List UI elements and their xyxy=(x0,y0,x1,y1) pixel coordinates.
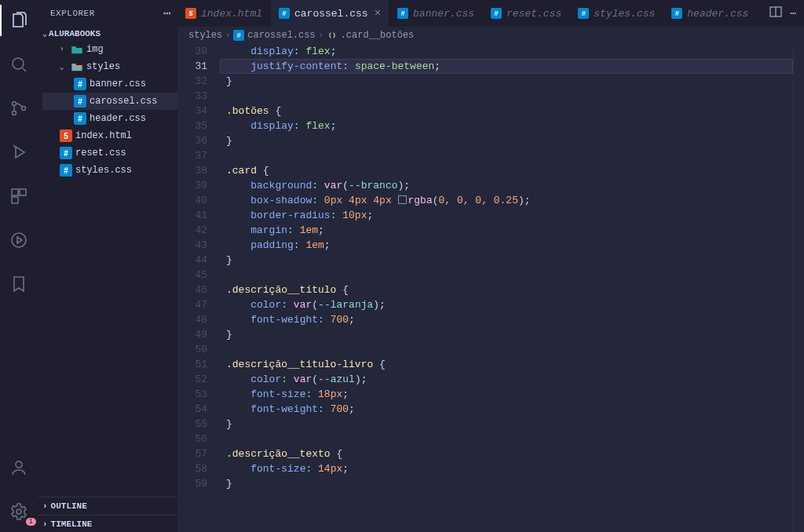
explorer-more-icon[interactable]: ⋯ xyxy=(163,5,171,21)
chevron-down-icon: ⌄ xyxy=(60,63,68,71)
explorer-title: EXPLORER xyxy=(50,9,95,18)
outline-section[interactable]: › OUTLINE xyxy=(38,497,177,515)
breadcrumbs-bar[interactable]: styles › # carossel.css › .card__botões xyxy=(177,27,804,44)
code-editor[interactable]: 3031323334353637383940414243444546474849… xyxy=(177,44,804,532)
tab-header-css[interactable]: # header.css xyxy=(663,0,757,27)
css-file-icon: # xyxy=(397,8,408,19)
tab-carossel-css[interactable]: # carossel.css × xyxy=(271,0,389,27)
css-file-icon: # xyxy=(60,164,72,177)
tab-index-html[interactable]: 5 index.html xyxy=(177,0,271,27)
tab-styles-css[interactable]: # styles.css xyxy=(570,0,663,27)
activity-debug-icon[interactable] xyxy=(0,137,38,168)
activity-search-icon[interactable] xyxy=(0,49,38,80)
file-styles-css[interactable]: # styles.css xyxy=(42,162,177,179)
file-index-html[interactable]: 5 index.html xyxy=(42,127,177,144)
activity-account-icon[interactable] xyxy=(0,452,38,483)
settings-badge: 1 xyxy=(26,518,36,526)
project-name: ALURABOOKS xyxy=(49,29,100,38)
svg-point-0 xyxy=(13,58,24,69)
folder-icon xyxy=(71,43,83,56)
editor-more-icon[interactable]: ⋯ xyxy=(790,7,796,20)
activity-bar: 1 xyxy=(0,0,38,532)
css-file-icon: # xyxy=(74,78,86,90)
file-reset-css[interactable]: # reset.css xyxy=(42,144,177,162)
html-file-icon: 5 xyxy=(60,129,72,142)
file-header-css[interactable]: # header.css xyxy=(42,110,177,127)
activity-explorer-icon[interactable] xyxy=(0,5,38,36)
symbol-icon xyxy=(327,30,338,41)
breadcrumb-file[interactable]: # carossel.css xyxy=(233,30,315,41)
file-tree: › img ⌄ styles # banner.css # carossel.c… xyxy=(38,41,177,179)
breadcrumb-symbol[interactable]: .card__botões xyxy=(327,30,415,41)
minimap[interactable] xyxy=(793,44,804,532)
split-editor-icon[interactable] xyxy=(769,5,782,21)
tabs-bar: 5 index.html # carossel.css × # banner.c… xyxy=(177,0,804,27)
svg-point-8 xyxy=(16,461,22,468)
svg-rect-4 xyxy=(12,189,18,195)
css-file-icon: # xyxy=(578,8,589,19)
tab-reset-css[interactable]: # reset.css xyxy=(483,0,570,27)
svg-point-9 xyxy=(16,509,21,514)
html-file-icon: 5 xyxy=(185,8,196,19)
svg-rect-6 xyxy=(12,197,18,203)
chevron-right-icon: › xyxy=(319,31,323,40)
chevron-right-icon: › xyxy=(42,501,48,511)
chevron-down-icon: ⌄ xyxy=(42,29,47,38)
svg-point-3 xyxy=(22,107,26,111)
breadcrumb-styles[interactable]: styles xyxy=(188,30,222,41)
activity-bookmark-icon[interactable] xyxy=(0,268,38,300)
file-banner-css[interactable]: # banner.css xyxy=(42,75,177,93)
activity-scm-icon[interactable] xyxy=(0,93,38,124)
activity-liveshare-icon[interactable] xyxy=(0,224,38,256)
css-file-icon: # xyxy=(491,8,502,19)
file-carossel-css[interactable]: # carossel.css xyxy=(42,93,177,110)
css-file-icon: # xyxy=(74,95,86,107)
svg-point-1 xyxy=(13,102,16,106)
folder-img[interactable]: › img xyxy=(42,41,177,58)
editor-group: 5 index.html # carossel.css × # banner.c… xyxy=(177,0,804,532)
activity-settings-icon[interactable]: 1 xyxy=(0,496,38,527)
tab-banner-css[interactable]: # banner.css xyxy=(389,0,483,27)
line-number-gutter: 3031323334353637383940414243444546474849… xyxy=(177,44,220,532)
css-file-icon: # xyxy=(60,147,72,159)
chevron-right-icon: › xyxy=(225,31,230,40)
svg-point-2 xyxy=(13,111,16,115)
chevron-right-icon: › xyxy=(42,519,48,529)
chevron-right-icon: › xyxy=(60,46,68,53)
timeline-section[interactable]: › TIMELINE xyxy=(38,515,177,532)
svg-point-7 xyxy=(12,233,26,247)
css-file-icon: # xyxy=(74,112,86,125)
folder-styles[interactable]: ⌄ styles xyxy=(42,58,177,75)
code-content[interactable]: display: flex; justify-content: space-be… xyxy=(220,44,793,532)
css-file-icon: # xyxy=(233,30,244,41)
explorer-sidebar: EXPLORER ⋯ ⌄ ALURABOOKS › img ⌄ styles #… xyxy=(38,0,177,532)
project-section-header[interactable]: ⌄ ALURABOOKS xyxy=(38,27,177,41)
css-file-icon: # xyxy=(279,8,290,19)
close-icon[interactable]: × xyxy=(375,7,381,20)
css-file-icon: # xyxy=(671,8,682,19)
folder-icon xyxy=(71,60,83,73)
svg-rect-5 xyxy=(20,189,26,195)
activity-extensions-icon[interactable] xyxy=(0,180,38,212)
